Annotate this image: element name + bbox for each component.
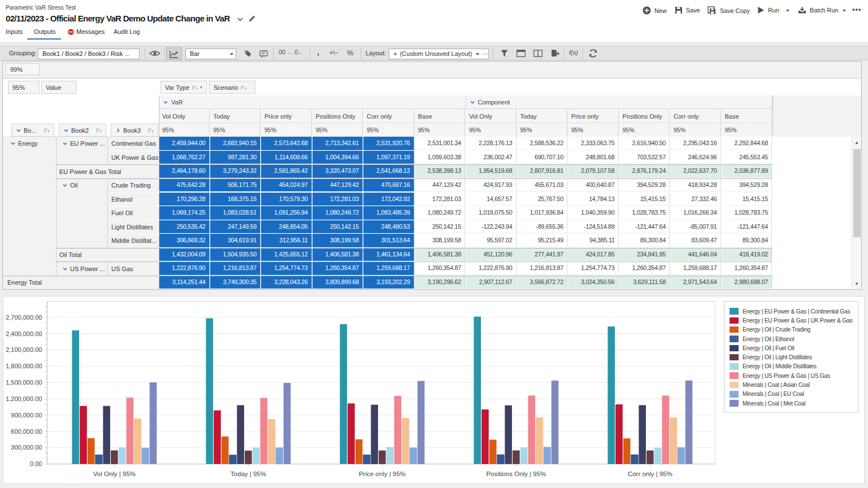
svg-text:2,700,000.00: 2,700,000.00	[6, 314, 42, 321]
svg-text:1,500,000.00: 1,500,000.00	[6, 379, 42, 386]
svg-text:300,000.00: 300,000.00	[11, 444, 42, 451]
svg-text:Positions Only | 95%: Positions Only | 95%	[486, 470, 546, 477]
svg-text:Vol Only | 95%: Vol Only | 95%	[93, 470, 136, 477]
svg-text:Today | 95%: Today | 95%	[231, 470, 266, 477]
svg-text:1,200,000.00: 1,200,000.00	[6, 395, 42, 402]
svg-text:Price only | 95%: Price only | 95%	[359, 470, 406, 477]
svg-text:0.00: 0.00	[30, 460, 42, 467]
svg-text:2,100,000.00: 2,100,000.00	[6, 346, 42, 353]
svg-text:Corr only | 95%: Corr only | 95%	[628, 470, 672, 477]
svg-text:900,000.00: 900,000.00	[11, 412, 42, 419]
svg-text:2,400,000.00: 2,400,000.00	[6, 330, 42, 337]
svg-text:600,000.00: 600,000.00	[11, 428, 42, 435]
svg-text:1,800,000.00: 1,800,000.00	[6, 363, 42, 369]
